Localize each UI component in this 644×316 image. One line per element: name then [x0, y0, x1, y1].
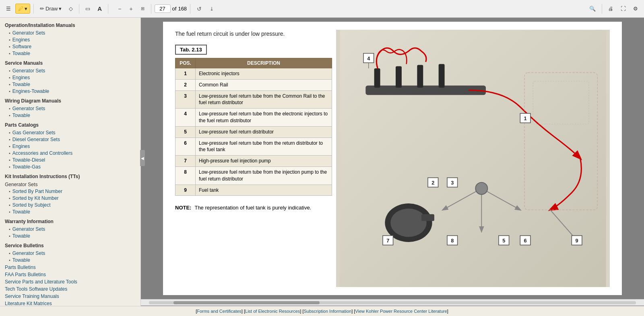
zoom-out-button[interactable]: −	[115, 4, 124, 14]
sidebar-link-towable-bulletins[interactable]: Towable	[12, 257, 30, 263]
sidebar-link-towable-op[interactable]: Towable	[12, 51, 30, 56]
zoom-in-button[interactable]: +	[126, 4, 136, 14]
separator-1	[33, 4, 34, 14]
sidebar-link-matrices[interactable]: Literature Kit Matrices	[5, 301, 136, 306]
svg-rect-10	[421, 214, 434, 221]
print-button[interactable]: 🖨	[605, 4, 616, 14]
list-item: Software	[9, 43, 136, 49]
rect-icon: ▭	[85, 6, 90, 12]
sidebar-link-engines-op[interactable]: Engines	[12, 37, 30, 43]
table-label: Tab. 2.13	[175, 45, 207, 55]
pdf-viewer-area[interactable]: The fuel return circuit is under low pre…	[141, 18, 644, 306]
text-icon: A	[97, 5, 102, 12]
table-row: 2Common Rail	[175, 79, 332, 90]
table-cell-desc: Low-pressure fuel return tube from the C…	[196, 90, 332, 109]
list-item: Towable	[9, 112, 136, 118]
page-number-input[interactable]: 27	[155, 4, 171, 13]
pdf-scrollbar[interactable]	[141, 299, 644, 306]
list-item: Towable	[9, 81, 136, 87]
table-cell-pos: 3	[175, 90, 196, 109]
list-item: Accessories and Controllers	[9, 150, 136, 156]
separator-3	[108, 4, 108, 14]
separator-2	[79, 4, 79, 14]
highlight-dropdown-icon: ▾	[25, 6, 27, 12]
table-cell-desc: Low-pressure fuel return tube from the e…	[196, 109, 332, 127]
sidebar-list-parts: Gas Generator Sets Diesel Generator Sets…	[5, 129, 136, 170]
erase-button[interactable]: ◇	[66, 4, 76, 14]
list-item: Diesel Generator Sets	[9, 136, 136, 142]
rect-button[interactable]: ▭	[83, 4, 93, 14]
draw-pencil-icon: ✏	[40, 6, 44, 12]
rotate-button[interactable]: ↺	[194, 4, 205, 14]
table-cell-pos: 1	[175, 68, 196, 80]
footer-link-subscription[interactable]: Subscription Information	[304, 309, 352, 314]
fullscreen-button[interactable]: ⛶	[618, 4, 629, 14]
list-item: Towable	[9, 257, 136, 263]
sidebar-collapse-arrow[interactable]: ◀	[140, 150, 145, 166]
svg-rect-1	[374, 68, 380, 88]
svg-text:3: 3	[451, 180, 454, 186]
sidebar-link-gas-gen[interactable]: Gas Generator Sets	[12, 130, 56, 135]
list-item: Generator Sets	[9, 30, 136, 36]
draw-label: Draw	[45, 6, 58, 12]
table-cell-pos: 7	[175, 156, 196, 167]
footer-link-kohler[interactable]: View Kohler Power Resource Center Litera…	[355, 309, 447, 314]
sidebar-link-gen-sets-svc[interactable]: Generator Sets	[12, 68, 45, 74]
sidebar-section-warranty: Warranty Information	[5, 219, 136, 224]
sidebar-link-gen-sets-bulletins[interactable]: Generator Sets	[12, 250, 45, 256]
sidebar-link-towable-warranty[interactable]: Towable	[12, 233, 30, 239]
sidebar-link-gen-sets-op[interactable]: Generator Sets	[12, 30, 45, 36]
table-row: 1Electronic injectors	[175, 68, 332, 80]
table-row: 7High-pressure fuel injection pump	[175, 156, 332, 167]
svg-text:4: 4	[367, 55, 370, 62]
sidebar-link-gen-sets-wiring[interactable]: Generator Sets	[12, 106, 45, 111]
table-row: 8Low-pressure fuel return tube from the …	[175, 166, 332, 185]
sidebar-link-accessories[interactable]: Accessories and Controllers	[12, 150, 72, 156]
sidebar-link-service-parts[interactable]: Service Parts and Literature Tools	[5, 279, 136, 285]
table-header-row: POS. DESCRIPTION	[175, 58, 332, 68]
sidebar-link-tech-tools[interactable]: Tech Tools Software Updates	[5, 286, 136, 292]
highlight-button[interactable]: 🖊 ▾	[15, 4, 30, 14]
list-item: Towable-Diesel	[9, 157, 136, 163]
sidebar-link-faa[interactable]: FAA Parts Bulletins	[5, 272, 136, 277]
sidebar-link-sorted-kit[interactable]: Sorted by Kit Number	[12, 195, 59, 201]
table-body: 1Electronic injectors2Common Rail3Low-pr…	[175, 68, 332, 196]
sidebar-link-software-op[interactable]: Software	[12, 44, 31, 49]
sidebar-list-bulletins: Generator Sets Towable	[5, 250, 136, 263]
sidebar-link-parts-bulletins[interactable]: Parts Bulletins	[5, 265, 136, 270]
page-navigation: − + ⊞ 27 of 168 ↺ ⤓	[115, 4, 217, 14]
toolbar: ☰ 🖊 ▾ ✏ Draw ▾ ◇ ▭ A − + ⊞ 27 of 168 ↺ ⤓…	[0, 0, 644, 18]
search-button[interactable]: 🔍	[586, 4, 599, 14]
erase-icon: ◇	[69, 6, 73, 12]
pdf-page: The fuel return circuit is under low pre…	[163, 22, 622, 295]
sidebar-link-towable-svc[interactable]: Towable	[12, 82, 30, 87]
footer-link-forms[interactable]: Forms and Certificates	[197, 309, 242, 314]
footer-link-electronic[interactable]: List of Electronic Resources	[245, 309, 300, 314]
sidebar-list-operation: Generator Sets Engines Software Towable	[5, 30, 136, 56]
settings-button[interactable]: ⚙	[630, 4, 641, 14]
draw-button[interactable]: ✏ Draw ▾	[37, 4, 64, 14]
col-desc-header: DESCRIPTION	[196, 58, 332, 68]
sidebar-link-gen-sets-warranty[interactable]: Generator Sets	[12, 226, 45, 232]
text-button[interactable]: A	[95, 3, 105, 14]
toolbar-right: 🔍 🖨 ⛶ ⚙	[586, 4, 641, 14]
sidebar-link-towable-wiring[interactable]: Towable	[12, 113, 30, 118]
sidebar-link-engines-svc[interactable]: Engines	[12, 75, 30, 80]
sidebar-list-kit: Sorted By Part Number Sorted by Kit Numb…	[5, 188, 136, 215]
page-total: 168	[178, 6, 187, 12]
sidebar-link-engines-parts[interactable]: Engines	[12, 144, 30, 149]
list-item: Engines	[9, 143, 136, 149]
sidebar-link-towable-diesel[interactable]: Towable-Diesel	[12, 157, 45, 163]
sidebar-link-sorted-part[interactable]: Sorted By Part Number	[12, 189, 62, 194]
sidebar-link-towable-kit[interactable]: Towable	[12, 209, 30, 215]
sidebar-section-operation: Operation/Installation Manuals	[5, 23, 136, 28]
download-button[interactable]: ⤓	[206, 4, 217, 14]
sidebar-link-training[interactable]: Service Training Manuals	[5, 293, 136, 299]
sidebar-link-diesel-gen[interactable]: Diesel Generator Sets	[12, 137, 60, 142]
list-view-button[interactable]: ☰	[3, 4, 14, 14]
sidebar-link-engines-towable-svc[interactable]: Engines-Towable	[12, 88, 49, 94]
sidebar-link-towable-gas[interactable]: Towable-Gas	[12, 164, 41, 170]
fit-page-button[interactable]: ⊞	[138, 4, 148, 13]
sidebar-link-sorted-subject[interactable]: Sorted by Subject	[12, 202, 51, 208]
table-row: 4Low-pressure fuel return tube from the …	[175, 109, 332, 127]
